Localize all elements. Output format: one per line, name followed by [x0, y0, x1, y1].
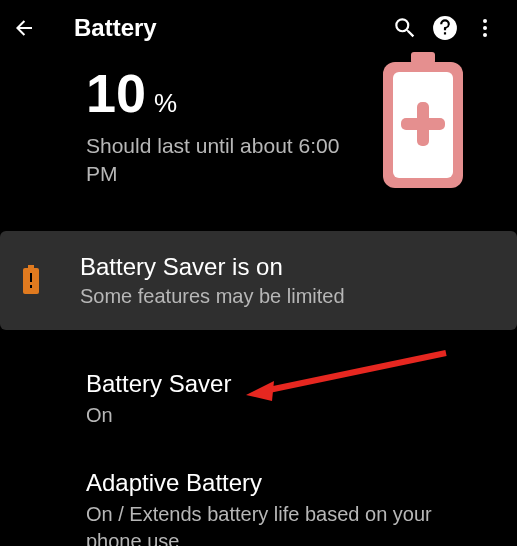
battery-alert-icon	[22, 265, 40, 295]
arrow-back-icon	[12, 15, 36, 41]
svg-point-3	[483, 33, 487, 37]
item-subtitle: On / Extends battery life based on your …	[86, 501, 497, 546]
item-title: Battery Saver	[86, 370, 497, 398]
battery-estimate: Should last until about 6:00 PM	[86, 132, 346, 189]
battery-saver-item[interactable]: Battery Saver On	[0, 350, 517, 429]
search-icon	[392, 15, 418, 41]
battery-summary: 10 % Should last until about 6:00 PM	[0, 56, 517, 213]
search-button[interactable]	[385, 8, 425, 48]
svg-point-1	[483, 19, 487, 23]
adaptive-battery-item[interactable]: Adaptive Battery On / Extends battery li…	[0, 449, 517, 546]
item-title: Adaptive Battery	[86, 469, 497, 497]
battery-percent-value: 10	[86, 66, 146, 120]
help-icon	[432, 15, 458, 41]
svg-rect-9	[28, 265, 34, 268]
banner-title: Battery Saver is on	[80, 253, 345, 281]
battery-saver-banner[interactable]: Battery Saver is on Some features may be…	[0, 231, 517, 330]
back-button[interactable]	[12, 16, 36, 40]
item-subtitle: On	[86, 402, 497, 429]
battery-plus-icon	[379, 52, 467, 192]
battery-illustration	[379, 52, 467, 196]
more-vert-icon	[473, 16, 497, 40]
page-title: Battery	[74, 14, 385, 42]
svg-rect-11	[30, 273, 32, 282]
banner-subtitle: Some features may be limited	[80, 285, 345, 308]
app-header: Battery	[0, 0, 517, 56]
svg-rect-8	[401, 118, 445, 130]
help-button[interactable]	[425, 8, 465, 48]
percent-sign: %	[154, 88, 177, 119]
svg-point-2	[483, 26, 487, 30]
svg-rect-12	[30, 285, 32, 288]
overflow-button[interactable]	[465, 8, 505, 48]
